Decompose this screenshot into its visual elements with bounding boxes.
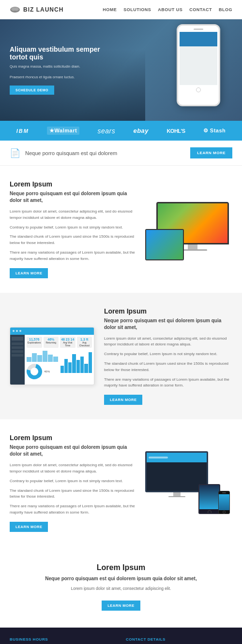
monitor-header [147,453,207,462]
mac-small-screen [146,230,183,259]
svg-rect-2 [14,11,16,12]
bigbar-7 [84,364,88,373]
phone-screen-small [219,494,229,510]
section-3-inner: Lorem Ipsum Neque porro quisquam est qui… [10,434,232,532]
dash-main: 11,576 Explorations 46% Returning 48 23 … [25,335,94,385]
brand-sears: sears [97,127,115,135]
phone-speaker [194,29,203,30]
stat-3: 48 23 14 Avg Visit Time [60,337,76,348]
bigbar-6 [80,357,84,373]
dash-dot-3 [19,330,21,332]
small-bar-chart [27,350,59,362]
hero-p2: Praesent rhoncus et ligula ornare luctus… [10,74,116,80]
section-3-learn-button[interactable]: LEARN MORE [10,522,48,532]
phone-screen-content [180,32,217,85]
bigbar-1 [60,366,64,372]
phone-speaker-small [222,492,226,493]
section-3-subheading: Neque porro quisquam est qui dolorem ips… [10,444,138,458]
bar-2 [32,353,37,362]
bottom-cta-button[interactable]: LEARN MORE [102,601,140,611]
logo-text: BIZ LAUNCH [23,6,63,13]
tablet-home [208,510,212,514]
stat-4-label: Avg Checkout [78,341,91,347]
section-1-heading: Lorem Ipsum [10,180,138,188]
stat-3-label: Avg Visit Time [61,341,75,347]
footer-hours-col: BUSINESS HOURS Monday 9:00 – 18:00 Tuesd… [10,637,116,644]
multidevice-mockup [145,451,230,514]
hero-section: Aliquam vestibulum semper tortot quis Qu… [0,19,242,121]
section-2-learn-button[interactable]: LEARN MORE [104,395,142,405]
monitor-neck [173,492,181,496]
dash-header [10,328,94,335]
nav-home[interactable]: HOME [103,7,117,12]
section-3-p1: Lorem ipsum dolor sit amet, consectetur … [10,462,138,475]
section-2-inner: Lorem Ipsum Neque porro quisquam est qui… [10,307,232,405]
nav-solutions[interactable]: SOLUTIONS [123,7,151,12]
section-3-heading: Lorem Ipsum [10,434,138,442]
hero-phone-mockup [160,24,237,116]
footer: BUSINESS HOURS Monday 9:00 – 18:00 Tuesd… [0,628,242,644]
schedule-demo-button[interactable]: SCHEDULE DEMO [10,86,54,95]
donut-chart [24,361,45,382]
stat-4-value: 1.3 ft [78,338,91,341]
section-3-image [145,451,232,514]
bottom-cta-subheading: Neque porro quisquam est qui dolorem ips… [10,576,232,581]
bigbar-5 [76,360,80,372]
phone-screen [180,32,217,85]
dash-chart-area: 46% [27,350,92,374]
stat-2: 46% Returning [44,337,59,348]
section-1-inner: Lorem Ipsum Neque porro quisquam est qui… [10,180,232,278]
footer-contact-col: CONTACT DETAILS 1400 Pennsylvania Avenue… [126,637,232,644]
nav-blog[interactable]: BLOG [219,7,232,12]
section-3: Lorem Ipsum Neque porro quisquam est qui… [0,419,242,546]
sidebar-item-1 [12,337,23,341]
section-1-image [145,198,232,260]
sidebar-item-4 [12,350,23,353]
hero-content: Aliquam vestibulum semper tortot quis Qu… [0,36,126,104]
phone-home-button [196,87,201,92]
section-2-text: Lorem Ipsum Neque porro quisquam est qui… [104,307,232,405]
phone-device-small [218,491,230,514]
monitor-url-bar [149,457,168,458]
dash-body: 11,576 Explorations 46% Returning 48 23 … [10,335,94,385]
section-2-p3: The standard chunk of Lorem Ipsum used s… [104,361,232,373]
hero-p1: Quis magna massa, mattis sollicitudin di… [10,64,116,69]
section-3-p2: Contrary to popular belief, Lorem Ipsum … [10,478,138,485]
bar-3 [37,355,42,362]
info-bar-text: Neque porro quisquam est qui dolorem [25,150,117,156]
dash-left-charts: 46% [27,350,59,374]
infobar-learn-button[interactable]: LEARN MORE [190,147,232,158]
bottom-cta-text: Lorem ipsum dolor sit amet, consectetur … [10,586,232,591]
section-1-p4: There are many variations of passages of… [10,250,138,262]
section-1-subheading: Neque porro quisquam est qui dolorem ips… [10,190,138,204]
bigbar-4 [72,354,76,372]
section-2-p4: There are many variations of passages of… [104,377,232,389]
section-1-p1: Lorem ipsum dolor sit amet, consectetur … [10,209,138,221]
section-1-learn-button[interactable]: LEARN MORE [10,268,48,278]
bottom-cta-section: Lorem Ipsum Neque porro quisquam est qui… [0,546,242,628]
nav-contact[interactable]: CONTACT [189,7,212,12]
document-icon: 📄 [10,148,20,158]
bigbar-2 [64,359,68,373]
donut-area: 46% [27,364,59,379]
stat-4: 1.3 ft Avg Checkout [77,337,92,348]
bottom-cta-heading: Lorem Ipsum [10,563,232,572]
sidebar-item-3 [12,346,23,349]
stat-2-value: 46% [45,338,58,341]
tablet-device [198,484,220,514]
dash-dot-2 [16,330,18,332]
bar-4 [43,351,47,362]
bigbar-3 [68,362,72,373]
stat-1: 11,576 Explorations [27,337,42,348]
section-1-text: Lorem Ipsum Neque porro quisquam est qui… [10,180,138,278]
bar-6 [53,357,58,362]
bar-5 [48,355,53,362]
brands-bar: IBM ★Walmart sears ebay KOHL'S ⚙ Stash [0,121,242,141]
info-bar: 📄 Neque porro quisquam est qui dolorem L… [0,141,242,166]
imac-stand [188,244,197,249]
section-1-p2: Contrary to popular belief, Lorem Ipsum … [10,225,138,231]
nav-about[interactable]: ABOUT US [158,7,182,12]
section-2-p2: Contrary to popular belief, Lorem Ipsum … [104,351,232,358]
info-bar-left: 📄 Neque porro quisquam est qui dolorem [10,148,117,158]
section-1-p3: The standard chunk of Lorem Ipsum used s… [10,234,138,246]
